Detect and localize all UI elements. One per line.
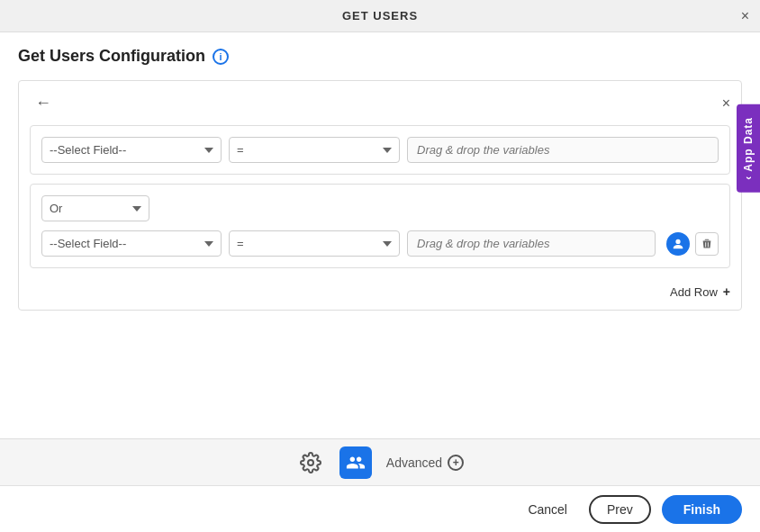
drag-drop-input-1[interactable] [407, 137, 719, 163]
connector-row: Or [41, 195, 719, 221]
row-actions [666, 232, 719, 256]
config-container: ← × --Select Field-- = Or [18, 80, 742, 311]
filter-row-group-1: --Select Field-- = [30, 125, 730, 175]
advanced-button[interactable]: Advanced + [386, 455, 464, 471]
add-row-label: Add Row [670, 285, 718, 299]
config-header: ← × [30, 92, 730, 114]
app-data-tab[interactable]: ‹ App Data [737, 104, 760, 193]
filter-row-2: --Select Field-- = [41, 230, 719, 257]
advanced-plus-icon: + [448, 455, 464, 471]
users-button[interactable] [339, 446, 372, 479]
user-action-button[interactable] [666, 232, 690, 256]
delete-row-button[interactable] [695, 232, 719, 256]
finish-button[interactable]: Finish [662, 495, 742, 524]
add-row-plus-icon: + [723, 284, 730, 299]
select-field-1[interactable]: --Select Field-- [41, 137, 222, 163]
dialog-close-button[interactable]: × [741, 8, 749, 24]
filter-row-1: --Select Field-- = [41, 137, 719, 163]
page-title: Get Users Configuration [18, 47, 205, 66]
footer: Cancel Prev Finish [0, 485, 760, 532]
filter-row-group-2: Or --Select Field-- = [30, 184, 730, 268]
title-bar: GET USERS × [0, 0, 760, 32]
connector-select[interactable]: Or [41, 195, 149, 221]
bottom-toolbar: Advanced + [0, 438, 760, 485]
info-icon[interactable]: i [213, 49, 229, 65]
app-data-arrow-icon: ‹ [742, 176, 755, 180]
add-row-area: Add Row + [30, 277, 730, 299]
svg-point-0 [308, 460, 313, 465]
back-button[interactable]: ← [30, 92, 57, 114]
app-data-label: App Data [742, 117, 755, 172]
select-field-2[interactable]: --Select Field-- [41, 230, 222, 257]
page-title-row: Get Users Configuration i [18, 47, 742, 66]
settings-button[interactable] [296, 448, 325, 477]
cancel-button[interactable]: Cancel [517, 497, 578, 522]
prev-button[interactable]: Prev [589, 495, 651, 524]
drag-drop-input-2[interactable] [407, 230, 656, 257]
config-close-button[interactable]: × [722, 95, 730, 112]
advanced-label: Advanced [386, 455, 442, 470]
operator-select-1[interactable]: = [229, 137, 400, 163]
operator-select-2[interactable]: = [229, 230, 400, 257]
add-row-button[interactable]: Add Row + [670, 284, 730, 299]
dialog-title: GET USERS [342, 9, 418, 23]
main-content: Get Users Configuration i ← × --Select F… [0, 32, 760, 438]
